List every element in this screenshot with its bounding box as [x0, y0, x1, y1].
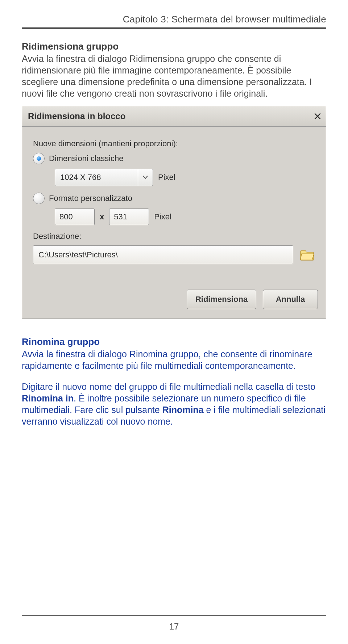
radio-classic-label: Dimensioni classiche	[49, 154, 123, 163]
resize-button[interactable]: Ridimensiona	[187, 290, 256, 309]
radio-classic-row[interactable]: Dimensioni classiche	[33, 153, 318, 164]
custom-width-input[interactable]	[55, 209, 95, 225]
radio-custom-row[interactable]: Formato personalizzato	[33, 193, 318, 204]
section2-p1: Avvia la finestra di dialogo Rinomina gr…	[22, 348, 326, 371]
footer-rule	[22, 615, 326, 616]
section2-p2a: Digitare il nuovo nome del gruppo di fil…	[22, 382, 315, 392]
destination-row	[33, 245, 318, 264]
section2-bold1: Rinomina in	[22, 393, 74, 403]
page-number: 17	[0, 622, 348, 632]
section1-title: Ridimensiona gruppo	[22, 41, 326, 52]
custom-unit: Pixel	[154, 212, 171, 222]
radio-classic[interactable]	[33, 153, 45, 164]
radio-custom[interactable]	[33, 193, 45, 204]
times-label: x	[100, 212, 104, 222]
dialog-title: Ridimensiona in blocco	[28, 111, 125, 121]
resize-dialog: Ridimensiona in blocco Nuove dimensioni …	[22, 106, 326, 319]
chevron-down-icon[interactable]	[138, 169, 153, 186]
dialog-titlebar: Ridimensiona in blocco	[22, 106, 326, 127]
section2-bold2: Rinomina	[162, 405, 204, 415]
folder-icon[interactable]	[296, 246, 318, 264]
header-divider	[22, 27, 326, 29]
dialog-button-row: Ridimensiona Annulla	[33, 290, 318, 309]
custom-size-row: x Pixel	[55, 209, 318, 225]
dimensions-caption: Nuove dimensioni (mantieni proporzioni):	[33, 139, 318, 148]
preset-combo[interactable]	[55, 169, 153, 186]
preset-unit: Pixel	[158, 173, 175, 182]
section2-title: Rinomina gruppo	[22, 336, 326, 348]
cancel-button[interactable]: Annulla	[263, 290, 318, 309]
section1-body: Avvia la finestra di dialogo Ridimension…	[22, 53, 326, 99]
destination-input[interactable]	[33, 245, 293, 264]
chapter-header: Capitolo 3: Schermata del browser multim…	[22, 14, 326, 25]
preset-input[interactable]	[55, 169, 138, 186]
section2-p2: Digitare il nuovo nome del gruppo di fil…	[22, 381, 326, 427]
preset-row: Pixel	[55, 169, 318, 186]
radio-custom-label: Formato personalizzato	[49, 194, 132, 203]
close-icon[interactable]	[314, 112, 322, 120]
dialog-body: Nuove dimensioni (mantieni proporzioni):…	[22, 127, 326, 319]
destination-label: Destinazione:	[33, 232, 318, 241]
custom-height-input[interactable]	[109, 209, 149, 225]
